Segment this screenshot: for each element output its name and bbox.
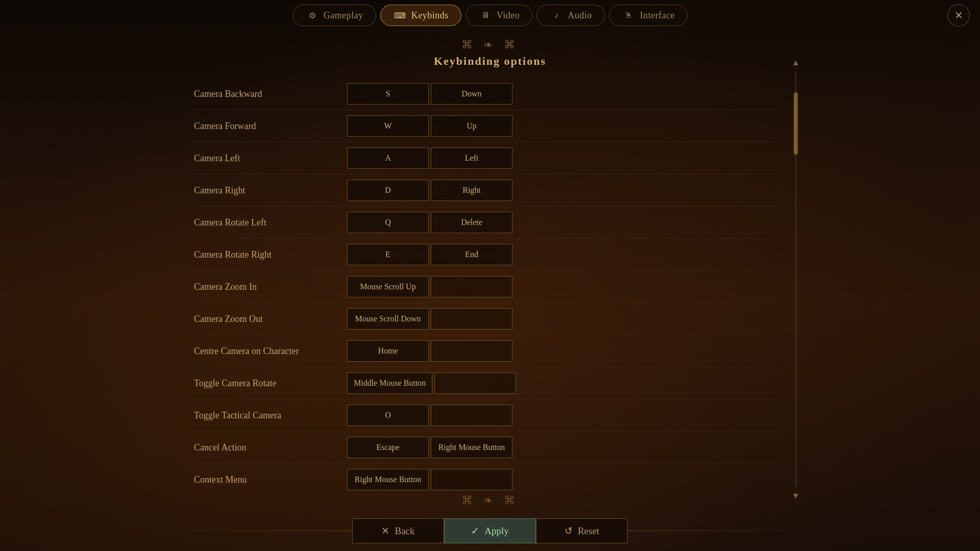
keybind-row-centre-camera: Centre Camera on CharacterHome xyxy=(194,335,776,367)
keybind-primary-camera-zoom-in[interactable]: Mouse Scroll Up xyxy=(347,276,429,297)
keybind-buttons-toggle-tactical-camera: O xyxy=(347,405,776,426)
keybind-primary-cancel-action[interactable]: Escape xyxy=(347,437,429,458)
nav-tab-keybinds[interactable]: ⌨Keybinds xyxy=(380,5,461,26)
keybind-secondary-toggle-tactical-camera[interactable] xyxy=(431,405,512,426)
scrollbar-arrow-down[interactable]: ▼ xyxy=(790,489,802,503)
keybind-primary-camera-rotate-right[interactable]: E xyxy=(347,244,429,265)
divider-top: ⌘ ❧ ⌘ xyxy=(194,33,786,55)
keybind-secondary-camera-rotate-left[interactable]: Delete xyxy=(431,212,512,233)
keybind-secondary-camera-forward[interactable]: Up xyxy=(431,115,512,137)
bottom-line-right xyxy=(628,531,806,531)
keybind-primary-toggle-tactical-camera[interactable]: O xyxy=(347,405,429,426)
keybind-label-toggle-camera-rotate: Toggle Camera Rotate xyxy=(194,378,347,389)
keybind-secondary-toggle-camera-rotate[interactable] xyxy=(434,372,516,394)
keybind-buttons-cancel-action: EscapeRight Mouse Button xyxy=(347,437,776,458)
keybind-row-camera-rotate-right: Camera Rotate RightEEnd xyxy=(194,239,776,271)
scrollbar-line xyxy=(795,71,796,487)
page-title: Keybinding options xyxy=(194,55,786,68)
keybind-primary-camera-left[interactable]: A xyxy=(347,147,429,169)
keybind-secondary-camera-zoom-in[interactable] xyxy=(431,276,512,297)
apply-icon: ✓ xyxy=(471,525,479,537)
keybind-secondary-camera-left[interactable]: Left xyxy=(431,147,512,169)
keybind-row-toggle-camera-rotate: Toggle Camera RotateMiddle Mouse Button xyxy=(194,367,776,399)
keybind-primary-centre-camera[interactable]: Home xyxy=(347,340,429,362)
reset-button[interactable]: ↺ Reset xyxy=(536,518,628,543)
divider-bottom: ⌘ ❧ ⌘ xyxy=(194,491,786,510)
keybind-row-camera-zoom-in: Camera Zoom InMouse Scroll Up xyxy=(194,271,776,303)
keybind-secondary-cancel-action[interactable]: Right Mouse Button xyxy=(431,437,512,458)
keybind-label-camera-forward: Camera Forward xyxy=(194,121,347,132)
nav-tab-label-audio: Audio xyxy=(568,10,592,21)
reset-icon: ↺ xyxy=(565,525,573,537)
keybind-buttons-centre-camera: Home xyxy=(347,340,776,362)
nav-bar: ⚙Gameplay⌨Keybinds🖥Video♪Audio🖱Interface xyxy=(0,0,980,31)
keybind-label-centre-camera: Centre Camera on Character xyxy=(194,346,347,357)
main-content: ⌘ ❧ ⌘ Keybinding options Camera Backward… xyxy=(194,33,786,510)
keybind-label-toggle-tactical-camera: Toggle Tactical Camera xyxy=(194,410,347,421)
keybind-primary-camera-right[interactable]: D xyxy=(347,180,429,201)
keybind-label-camera-right: Camera Right xyxy=(194,185,347,196)
keybind-primary-camera-backward[interactable]: S xyxy=(347,83,429,105)
nav-tab-icon-interface: 🖱 xyxy=(622,8,636,22)
keybind-buttons-camera-backward: SDown xyxy=(347,83,776,105)
keybind-row-camera-backward: Camera BackwardSDown xyxy=(194,78,776,110)
keybind-secondary-camera-backward[interactable]: Down xyxy=(431,83,512,105)
keybind-buttons-camera-right: DRight xyxy=(347,180,776,201)
nav-tab-icon-keybinds: ⌨ xyxy=(393,8,407,22)
nav-tab-label-video: Video xyxy=(497,10,520,21)
bottom-actions: ✕ Back ✓ Apply ↺ Reset xyxy=(0,518,980,543)
keybind-label-camera-zoom-in: Camera Zoom In xyxy=(194,282,347,292)
nav-tab-video[interactable]: 🖥Video xyxy=(465,5,532,26)
back-icon: ✕ xyxy=(381,525,389,537)
scrollbar-track[interactable]: ▲ ▼ xyxy=(793,56,799,503)
keybind-label-camera-zoom-out: Camera Zoom Out xyxy=(194,314,347,324)
keybind-primary-camera-rotate-left[interactable]: Q xyxy=(347,212,429,233)
keybind-secondary-camera-zoom-out[interactable] xyxy=(431,308,512,330)
bottom-line-left xyxy=(174,531,352,531)
back-button[interactable]: ✕ Back xyxy=(352,518,444,543)
nav-tab-label-keybinds: Keybinds xyxy=(411,10,449,21)
keybind-buttons-camera-zoom-out: Mouse Scroll Down xyxy=(347,308,776,330)
keybind-row-cancel-action: Cancel ActionEscapeRight Mouse Button xyxy=(194,432,776,464)
back-label: Back xyxy=(395,525,414,537)
keybind-buttons-camera-zoom-in: Mouse Scroll Up xyxy=(347,276,776,297)
reset-label: Reset xyxy=(578,525,599,537)
keybind-primary-context-menu[interactable]: Right Mouse Button xyxy=(347,469,429,490)
keybind-label-camera-rotate-right: Camera Rotate Right xyxy=(194,249,347,260)
keybind-secondary-camera-right[interactable]: Right xyxy=(431,180,512,201)
scrollbar-arrow-up[interactable]: ▲ xyxy=(790,56,802,69)
keybind-secondary-centre-camera[interactable] xyxy=(431,340,512,362)
scrollbar-thumb xyxy=(794,92,798,155)
keybind-row-camera-rotate-left: Camera Rotate LeftQDelete xyxy=(194,207,776,239)
keybind-row-camera-left: Camera LeftALeft xyxy=(194,142,776,174)
keybind-buttons-context-menu: Right Mouse Button xyxy=(347,469,776,490)
keybind-buttons-toggle-camera-rotate: Middle Mouse Button xyxy=(347,372,776,394)
keybind-label-camera-backward: Camera Backward xyxy=(194,89,347,99)
keybind-secondary-camera-rotate-right[interactable]: End xyxy=(431,244,512,265)
nav-tab-interface[interactable]: 🖱Interface xyxy=(609,5,688,26)
keybind-buttons-camera-left: ALeft xyxy=(347,147,776,169)
keybind-buttons-camera-rotate-left: QDelete xyxy=(347,212,776,233)
nav-tab-gameplay[interactable]: ⚙Gameplay xyxy=(292,5,376,26)
keybind-primary-camera-forward[interactable]: W xyxy=(347,115,429,137)
keybind-list[interactable]: Camera BackwardSDownCamera ForwardWUpCam… xyxy=(194,78,786,491)
keybind-label-context-menu: Context Menu xyxy=(194,474,347,485)
apply-button[interactable]: ✓ Apply xyxy=(444,518,536,543)
apply-label: Apply xyxy=(484,525,509,537)
keybind-primary-toggle-camera-rotate[interactable]: Middle Mouse Button xyxy=(347,372,432,394)
keybind-primary-camera-zoom-out[interactable]: Mouse Scroll Down xyxy=(347,308,429,330)
keybind-label-camera-left: Camera Left xyxy=(194,153,347,164)
keybind-row-camera-forward: Camera ForwardWUp xyxy=(194,110,776,142)
nav-tab-icon-audio: ♪ xyxy=(549,8,564,22)
keybind-label-camera-rotate-left: Camera Rotate Left xyxy=(194,217,347,228)
keybind-buttons-camera-rotate-right: EEnd xyxy=(347,244,776,265)
nav-tab-icon-video: 🖥 xyxy=(478,8,493,22)
keybind-secondary-context-menu[interactable] xyxy=(431,469,512,490)
keybind-row-camera-zoom-out: Camera Zoom OutMouse Scroll Down xyxy=(194,303,776,335)
keybind-buttons-camera-forward: WUp xyxy=(347,115,776,137)
keybind-label-cancel-action: Cancel Action xyxy=(194,442,347,453)
keybind-row-context-menu: Context MenuRight Mouse Button xyxy=(194,464,776,491)
nav-tab-label-gameplay: Gameplay xyxy=(324,10,363,21)
nav-tab-audio[interactable]: ♪Audio xyxy=(536,5,605,26)
keybind-row-camera-right: Camera RightDRight xyxy=(194,174,776,207)
